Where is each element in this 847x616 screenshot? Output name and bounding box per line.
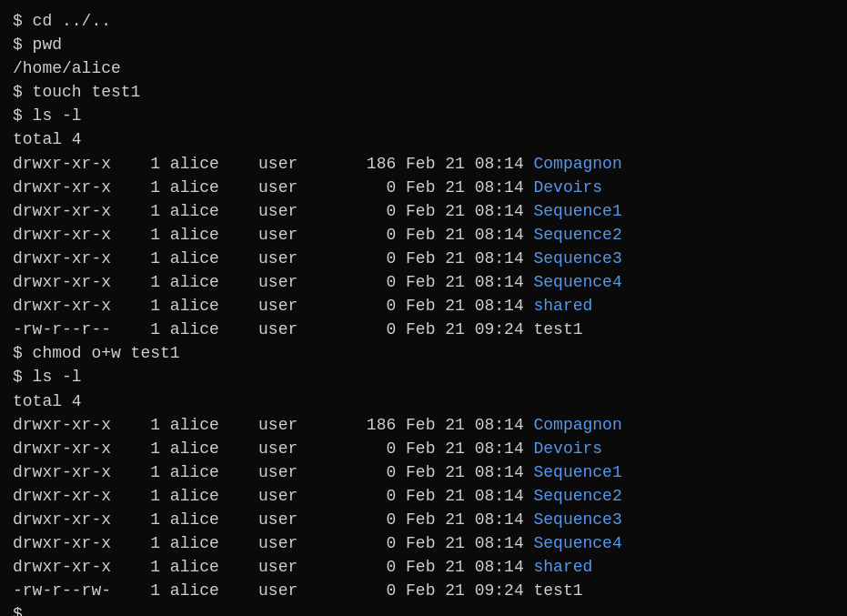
ls-filename: Sequence3 <box>534 510 622 529</box>
ls-filename: test1 <box>534 581 583 600</box>
terminal-window: $ cd ../..$ pwd/home/alice$ touch test1$… <box>13 9 834 616</box>
ls-filename: Sequence2 <box>534 487 622 505</box>
output-text: /home/alice <box>13 59 121 77</box>
ls-perms: drwxr-xr-x 1 alice user 0 Feb 21 08:14 <box>13 463 534 481</box>
ls-perms: drwxr-xr-x 1 alice user 0 Feb 21 08:14 <box>13 534 534 552</box>
prompt-text: $ cd ../.. <box>13 12 111 30</box>
terminal-line: $ touch test1 <box>13 80 834 104</box>
terminal-line: -rw-r--rw- 1 alice user 0 Feb 21 09:24 t… <box>13 579 834 602</box>
terminal-line: $ ls -l <box>13 104 834 127</box>
ls-perms: drwxr-xr-x 1 alice user 0 Feb 21 08:14 <box>13 249 534 268</box>
terminal-line: drwxr-xr-x 1 alice user 186 Feb 21 08:14… <box>13 152 834 176</box>
ls-perms: drwxr-xr-x 1 alice user 186 Feb 21 08:14 <box>13 416 534 434</box>
ls-filename: Sequence3 <box>534 249 622 268</box>
ls-filename: Sequence4 <box>534 534 622 552</box>
prompt-text: $ ls -l <box>13 368 82 386</box>
terminal-line: drwxr-xr-x 1 alice user 0 Feb 21 08:14 S… <box>13 508 834 531</box>
ls-filename: Compagnon <box>534 416 622 434</box>
ls-perms: drwxr-xr-x 1 alice user 0 Feb 21 08:14 <box>13 558 534 576</box>
terminal-line: drwxr-xr-x 1 alice user 0 Feb 21 08:14 D… <box>13 437 834 460</box>
ls-perms: -rw-r--r-- 1 alice user 0 Feb 21 09:24 <box>13 320 534 338</box>
terminal-line: $ cd ../.. <box>13 9 834 33</box>
terminal-line: $ pwd <box>13 33 834 56</box>
ls-filename: Sequence1 <box>534 202 622 220</box>
ls-filename: Sequence2 <box>534 226 622 244</box>
ls-perms: drwxr-xr-x 1 alice user 0 Feb 21 08:14 <box>13 273 534 291</box>
ls-filename: Compagnon <box>534 155 622 173</box>
terminal-line: $ <box>13 602 834 616</box>
prompt-text: $ ls -l <box>13 106 82 125</box>
ls-filename: shared <box>534 297 593 315</box>
ls-filename: Devoirs <box>534 178 603 197</box>
ls-filename: Sequence1 <box>534 463 622 481</box>
terminal-line: drwxr-xr-x 1 alice user 0 Feb 21 08:14 s… <box>13 294 834 318</box>
terminal-line: drwxr-xr-x 1 alice user 0 Feb 21 08:14 S… <box>13 223 834 247</box>
prompt-text: $ touch test1 <box>13 83 140 101</box>
terminal-line: drwxr-xr-x 1 alice user 0 Feb 21 08:14 s… <box>13 555 834 579</box>
ls-perms: drwxr-xr-x 1 alice user 0 Feb 21 08:14 <box>13 226 534 244</box>
ls-perms: drwxr-xr-x 1 alice user 0 Feb 21 08:14 <box>13 439 534 458</box>
terminal-line: $ ls -l <box>13 365 834 389</box>
terminal-line: drwxr-xr-x 1 alice user 186 Feb 21 08:14… <box>13 413 834 437</box>
ls-perms: drwxr-xr-x 1 alice user 0 Feb 21 08:14 <box>13 178 534 197</box>
terminal-line: total 4 <box>13 389 834 413</box>
output-text: total 4 <box>13 130 82 148</box>
terminal-line: drwxr-xr-x 1 alice user 0 Feb 21 08:14 S… <box>13 270 834 294</box>
prompt-text: $ pwd <box>13 35 62 54</box>
terminal-line: $ chmod o+w test1 <box>13 341 834 365</box>
ls-perms: drwxr-xr-x 1 alice user 0 Feb 21 08:14 <box>13 202 534 220</box>
terminal-line: drwxr-xr-x 1 alice user 0 Feb 21 08:14 S… <box>13 199 834 223</box>
terminal-line: -rw-r--r-- 1 alice user 0 Feb 21 09:24 t… <box>13 318 834 341</box>
terminal-line: drwxr-xr-x 1 alice user 0 Feb 21 08:14 D… <box>13 176 834 199</box>
terminal-line: drwxr-xr-x 1 alice user 0 Feb 21 08:14 S… <box>13 531 834 555</box>
prompt-text: $ <box>13 605 33 616</box>
prompt-text: $ chmod o+w test1 <box>13 344 180 362</box>
terminal-line: total 4 <box>13 127 834 151</box>
terminal-line: drwxr-xr-x 1 alice user 0 Feb 21 08:14 S… <box>13 247 834 270</box>
ls-perms: drwxr-xr-x 1 alice user 0 Feb 21 08:14 <box>13 510 534 529</box>
ls-filename: Devoirs <box>534 439 603 458</box>
ls-filename: shared <box>534 558 593 576</box>
ls-filename: Sequence4 <box>534 273 622 291</box>
ls-perms: drwxr-xr-x 1 alice user 0 Feb 21 08:14 <box>13 487 534 505</box>
output-text: total 4 <box>13 392 82 410</box>
terminal-line: /home/alice <box>13 56 834 80</box>
terminal-line: drwxr-xr-x 1 alice user 0 Feb 21 08:14 S… <box>13 460 834 484</box>
ls-filename: test1 <box>534 320 583 338</box>
ls-perms: drwxr-xr-x 1 alice user 0 Feb 21 08:14 <box>13 297 534 315</box>
terminal-line: drwxr-xr-x 1 alice user 0 Feb 21 08:14 S… <box>13 484 834 508</box>
ls-perms: drwxr-xr-x 1 alice user 186 Feb 21 08:14 <box>13 155 534 173</box>
ls-perms: -rw-r--rw- 1 alice user 0 Feb 21 09:24 <box>13 581 534 600</box>
